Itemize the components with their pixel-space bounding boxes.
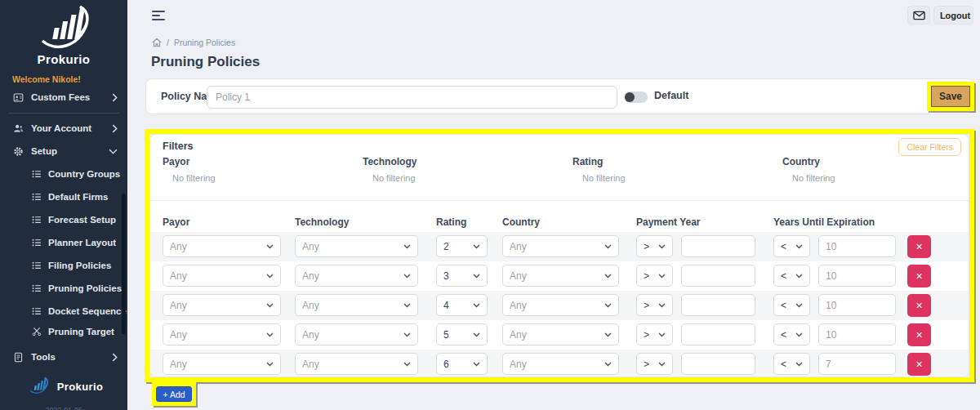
default-label: Default — [654, 90, 688, 101]
payment-year-operator-select[interactable]: > — [636, 294, 673, 316]
country-select[interactable]: Any — [502, 294, 619, 316]
sidebar-item-pruning-policies[interactable]: Pruning Policies — [0, 279, 127, 297]
welcome-text: Welcome Nikole! — [12, 74, 81, 84]
page-title: Pruning Policies — [151, 54, 260, 70]
close-icon: × — [915, 329, 922, 341]
chevron-down-icon — [473, 274, 480, 279]
mail-button[interactable] — [907, 6, 930, 25]
summary-rating: Rating No filtering — [572, 156, 603, 167]
years-operator-select[interactable]: < — [773, 235, 810, 257]
sidebar-item-label: Forecast Setup — [48, 215, 118, 225]
years-until-expiration-input[interactable] — [818, 353, 896, 375]
sidebar-item-filing-policies[interactable]: Filing Policies — [0, 256, 127, 274]
rating-select[interactable]: 2 — [436, 235, 488, 257]
chevron-down-icon — [604, 362, 612, 367]
filter-row-4: AnyAny5Any><× — [150, 320, 969, 350]
app-root: Prokurio Welcome Nikole! Custom FeesYour… — [0, 0, 980, 410]
chevron-right-icon — [112, 93, 118, 102]
chevron-down-icon — [795, 274, 803, 279]
default-toggle[interactable] — [624, 91, 648, 103]
payment-year-operator-select[interactable]: > — [636, 265, 673, 287]
country-select[interactable]: Any — [502, 265, 619, 287]
sidebar-item-docket-sequence[interactable]: Docket Sequence — [0, 302, 127, 320]
payment-year-operator-select[interactable]: > — [636, 235, 673, 257]
summary-value: No filtering — [172, 173, 216, 183]
sidebar-item-custom-fees[interactable]: Custom Fees — [0, 88, 127, 106]
payor-select[interactable]: Any — [163, 323, 281, 345]
technology-select[interactable]: Any — [295, 323, 418, 345]
add-row-button[interactable]: + Add — [156, 386, 192, 402]
summary-label: Technology — [363, 156, 416, 167]
years-until-expiration-input[interactable] — [818, 323, 896, 345]
sidebar-item-your-account[interactable]: Your Account — [0, 119, 127, 137]
breadcrumb-current[interactable]: Pruning Policies — [174, 38, 235, 47]
payment-year-input[interactable] — [681, 353, 755, 375]
home-icon[interactable] — [152, 38, 162, 47]
years-until-expiration-input[interactable] — [818, 235, 896, 257]
delete-row-button[interactable]: × — [907, 323, 931, 346]
technology-select[interactable]: Any — [295, 294, 418, 316]
delete-row-button[interactable]: × — [907, 235, 931, 258]
prokurio-logo-icon — [24, 376, 52, 397]
payment-year-input[interactable] — [681, 235, 755, 257]
prokurio-logo-icon — [28, 3, 100, 56]
payor-select[interactable]: Any — [163, 265, 281, 287]
chevron-down-icon — [403, 362, 411, 367]
filter-row-3: AnyAny4Any><× — [150, 291, 969, 320]
payment-year-operator-select[interactable]: > — [636, 353, 673, 375]
years-operator-select[interactable]: < — [773, 323, 810, 345]
sidebar-item-label: Pruning Target — [48, 327, 118, 336]
sidebar-item-label: Pruning Policies — [48, 283, 122, 293]
chevron-down-icon — [266, 362, 274, 367]
chevron-down-icon — [795, 362, 803, 367]
sidebar-item-label: Tools — [31, 352, 112, 362]
rating-select[interactable]: 4 — [436, 294, 488, 316]
summary-technology: Technology No filtering — [363, 156, 416, 167]
rating-select[interactable]: 5 — [436, 323, 488, 345]
sidebar-item-planner-layout[interactable]: Planner Layout — [0, 234, 127, 252]
col-header-technology: Technology — [295, 216, 349, 228]
sidebar-item-default-firms[interactable]: Default Firms — [0, 188, 127, 206]
years-until-expiration-input[interactable] — [818, 294, 896, 316]
sidebar-item-country-groups[interactable]: Country Groups — [0, 165, 127, 183]
policy-name-input[interactable] — [207, 86, 617, 109]
rating-select[interactable]: 6 — [436, 353, 488, 375]
filters-divider — [150, 200, 969, 201]
payor-select[interactable]: Any — [163, 294, 281, 316]
sidebar-toggle-icon[interactable] — [152, 11, 165, 20]
delete-row-button[interactable]: × — [907, 353, 931, 376]
sidebar-item-setup[interactable]: Setup — [0, 142, 127, 160]
logout-button[interactable]: Logout — [933, 6, 973, 25]
sidebar-item-forecast-setup[interactable]: Forecast Setup — [0, 211, 127, 229]
sidebar-item-tools[interactable]: Tools — [0, 348, 127, 366]
delete-row-button[interactable]: × — [907, 294, 931, 317]
save-button[interactable]: Save — [931, 86, 970, 107]
years-operator-select[interactable]: < — [773, 294, 810, 316]
sidebar-item-pruning-target[interactable]: Pruning Target — [0, 323, 127, 341]
summary-payor: Payor No filtering — [163, 156, 189, 167]
filters-card: Filters Clear Filters Payor No filtering… — [149, 134, 969, 377]
payor-select[interactable]: Any — [163, 353, 281, 375]
payment-year-input[interactable] — [681, 294, 755, 316]
payor-select[interactable]: Any — [163, 235, 281, 257]
payment-year-input[interactable] — [681, 265, 755, 287]
technology-select[interactable]: Any — [295, 235, 418, 257]
technology-select[interactable]: Any — [295, 265, 418, 287]
delete-row-button[interactable]: × — [907, 265, 931, 287]
scissors-icon — [31, 327, 42, 336]
payment-year-operator-select[interactable]: > — [636, 323, 673, 345]
years-operator-select[interactable]: < — [773, 265, 810, 287]
sidebar-scrollbar[interactable] — [122, 194, 126, 334]
summary-label: Payor — [163, 156, 189, 167]
technology-select[interactable]: Any — [295, 353, 418, 375]
country-select[interactable]: Any — [502, 235, 619, 257]
clear-filters-button[interactable]: Clear Filters — [898, 138, 961, 156]
summary-value: No filtering — [792, 173, 835, 183]
country-select[interactable]: Any — [502, 323, 619, 345]
country-select[interactable]: Any — [502, 353, 619, 375]
years-operator-select[interactable]: < — [773, 353, 810, 375]
payment-year-input[interactable] — [681, 323, 755, 345]
years-until-expiration-input[interactable] — [818, 265, 896, 287]
rating-select[interactable]: 3 — [436, 265, 488, 287]
col-header-rating: Rating — [436, 216, 466, 228]
